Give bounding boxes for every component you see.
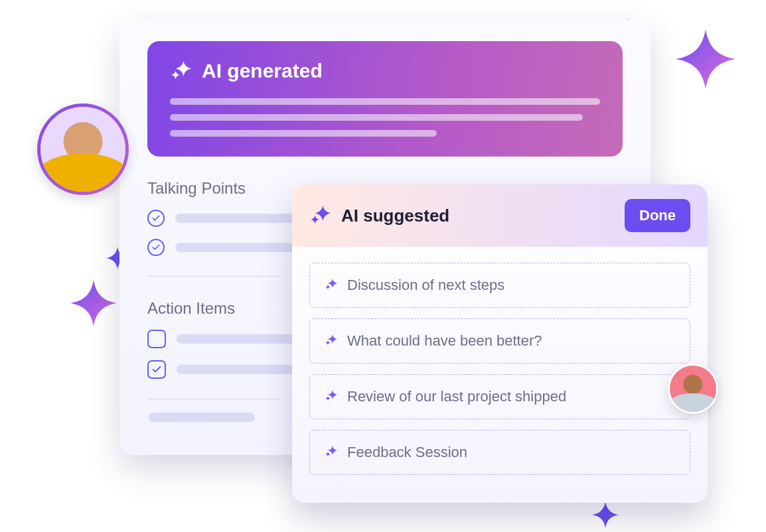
suggestion-item[interactable]: What could have been better? [309,318,690,364]
done-button[interactable]: Done [625,199,690,232]
sparkle-cluster-icon [170,58,192,84]
suggestion-list: Discussion of next steps What could have… [292,247,708,482]
suggestion-text: Discussion of next steps [347,277,504,294]
suggestion-text: Review of our last project shipped [347,388,566,405]
ai-generated-title: AI generated [202,60,323,82]
placeholder-line [149,413,255,422]
ai-suggested-header: AI suggested Done [292,184,708,247]
placeholder-line [177,365,296,374]
ai-suggested-card: AI suggested Done Discussion of next ste… [292,184,708,503]
check-circle-icon [147,239,165,256]
placeholder-line [175,214,295,223]
check-circle-icon [147,210,165,227]
placeholder-line [177,334,296,344]
placeholder-line [170,130,437,137]
sparkle-cluster-icon [325,444,338,460]
placeholder-line [170,114,583,121]
placeholder-line [170,98,600,105]
sparkle-cluster-icon [325,277,338,293]
ai-suggested-title: AI suggested [341,206,449,226]
suggestion-text: Feedback Session [347,444,467,461]
divider [147,276,280,277]
avatar [668,364,718,414]
checkbox-unchecked-icon[interactable] [147,330,166,348]
suggestion-item[interactable]: Discussion of next steps [309,263,690,308]
divider [147,399,280,399]
suggestion-item[interactable]: Feedback Session [309,430,690,475]
sparkle-icon [70,280,117,326]
sparkle-icon [676,29,735,89]
ai-generated-banner: AI generated [147,41,623,157]
checkbox-checked-icon[interactable] [147,360,166,379]
avatar [37,103,129,195]
sparkle-cluster-icon [325,333,338,349]
suggestion-item[interactable]: Review of our last project shipped [309,374,690,419]
sparkle-cluster-icon [325,389,338,405]
placeholder-line [175,243,295,252]
suggestion-text: What could have been better? [347,332,542,350]
sparkle-cluster-icon [309,203,332,228]
sparkle-icon [592,501,619,528]
